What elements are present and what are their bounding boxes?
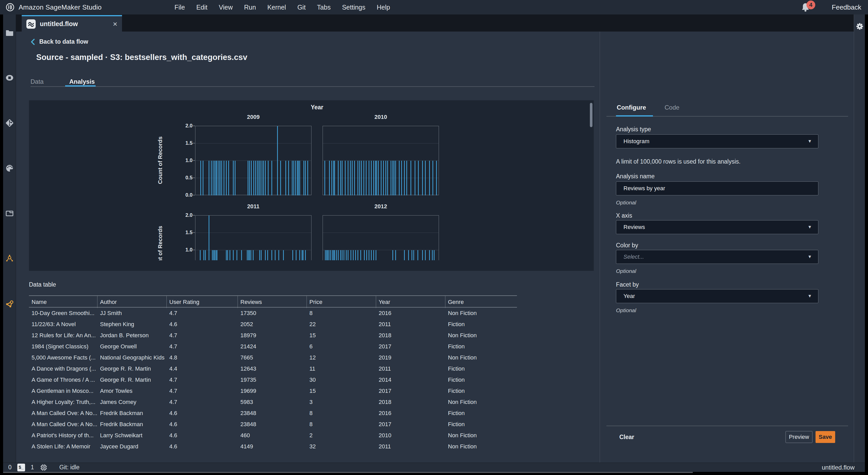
kernel-chip-icon[interactable] xyxy=(40,464,48,471)
experiments-icon[interactable] xyxy=(3,253,16,264)
table-row[interactable]: A Stolen Life: A MemoirJaycee Dugard4.64… xyxy=(29,441,517,451)
chart-scrollbar[interactable] xyxy=(590,103,592,127)
table-row[interactable]: 5,000 Awesome Facts (...National Geograp… xyxy=(29,352,517,363)
table-row[interactable]: 12 Rules for Life: An An...Jordan B. Pet… xyxy=(29,330,517,341)
histogram-bar xyxy=(432,250,433,260)
chart-canvas: Year20092.01.51.00.50.0Count of Records2… xyxy=(29,100,594,260)
terminal-icon[interactable]: $_ xyxy=(17,464,25,471)
data-flow-icon[interactable] xyxy=(3,298,16,310)
column-header-year[interactable]: Year xyxy=(376,296,445,308)
notifications-button[interactable]: 4 xyxy=(800,2,811,13)
menu-item-view[interactable]: View xyxy=(213,1,239,14)
table-cell: 19699 xyxy=(238,385,307,397)
data-table: NameAuthorUser RatingReviewsPriceYearGen… xyxy=(29,295,517,451)
histogram-bar xyxy=(358,250,358,260)
table-row[interactable]: 11/22/63: A NovelStephen King4.620522220… xyxy=(29,319,517,330)
save-button[interactable]: Save xyxy=(815,431,835,443)
preview-button[interactable]: Preview xyxy=(785,431,812,443)
histogram-bar xyxy=(342,161,342,195)
histogram-bar xyxy=(330,250,331,260)
table-row[interactable]: A Man Called Ove: A No...Fredrik Backman… xyxy=(29,408,517,419)
menu-item-kernel[interactable]: Kernel xyxy=(261,1,291,14)
histogram-bar xyxy=(277,126,278,195)
table-header-row: NameAuthorUser RatingReviewsPriceYearGen… xyxy=(29,295,517,308)
menu-item-tabs[interactable]: Tabs xyxy=(311,1,336,14)
gridline xyxy=(323,143,439,144)
tab-untitled-flow[interactable]: untitled.flow × xyxy=(22,15,122,32)
column-header-user-rating[interactable]: User Rating xyxy=(167,296,238,308)
menu-item-git[interactable]: Git xyxy=(291,1,311,14)
table-row[interactable]: A Higher Loyalty: Truth,...James Comey4.… xyxy=(29,397,517,408)
statusbar-filename: untitled.flow xyxy=(822,464,855,471)
color-by-label: Color by xyxy=(616,242,638,249)
commands-palette-icon[interactable] xyxy=(3,163,16,174)
y-tick-mark xyxy=(193,160,195,161)
histogram-bar xyxy=(233,161,234,195)
tab-code[interactable]: Code xyxy=(664,104,679,111)
tabs-divider xyxy=(31,86,594,87)
table-cell: 2011 xyxy=(376,363,445,374)
tab-close-icon[interactable]: × xyxy=(113,20,117,28)
clear-button[interactable]: Clear xyxy=(619,434,634,441)
histogram-bar xyxy=(214,250,215,260)
table-row[interactable]: A Man Called Ove: A No...Fredrik Backman… xyxy=(29,419,517,430)
menu-item-file[interactable]: File xyxy=(169,1,190,14)
histogram-bar xyxy=(333,161,334,195)
table-cell: 18979 xyxy=(238,330,307,341)
y-tick-label: 0.0 xyxy=(177,192,193,198)
table-cell: 23848 xyxy=(238,419,307,430)
feedback-link[interactable]: Feedback xyxy=(832,3,861,11)
x-axis-value: Reviews xyxy=(623,224,645,230)
menu-item-help[interactable]: Help xyxy=(371,1,396,14)
gridline xyxy=(195,143,311,144)
table-cell: 8 xyxy=(307,419,376,430)
table-cell: A Higher Loyalty: Truth,... xyxy=(29,397,97,408)
facet-by-select[interactable]: Year ▼ xyxy=(616,289,818,303)
file-browser-icon[interactable] xyxy=(3,27,16,38)
histogram-bar xyxy=(375,161,376,195)
column-header-name[interactable]: Name xyxy=(29,296,97,308)
column-header-price[interactable]: Price xyxy=(307,296,376,308)
table-row[interactable]: A Game of Thrones / A ...George R. R. Ma… xyxy=(29,374,517,385)
table-cell: Fiction xyxy=(445,385,517,397)
tab-configure[interactable]: Configure xyxy=(617,104,646,111)
menu-item-settings[interactable]: Settings xyxy=(336,1,371,14)
histogram-bar xyxy=(342,250,342,260)
histogram-bar xyxy=(352,161,352,195)
gear-icon[interactable] xyxy=(856,22,864,31)
analysis-name-value: Reviews by year xyxy=(623,185,665,192)
histogram-bar xyxy=(227,250,228,260)
column-header-reviews[interactable]: Reviews xyxy=(238,296,307,308)
column-header-author[interactable]: Author xyxy=(97,296,167,308)
histogram-bar xyxy=(298,161,299,195)
y-tick-mark xyxy=(193,143,195,144)
table-cell: Non Fiction xyxy=(445,430,517,441)
histogram-bar xyxy=(295,161,296,195)
analysis-type-select[interactable]: Histogram ▼ xyxy=(616,134,818,148)
menu-item-run[interactable]: Run xyxy=(238,1,261,14)
table-row[interactable]: 1984 (Signet Classics)George Orwell4.721… xyxy=(29,341,517,352)
histogram-bar xyxy=(369,161,369,195)
table-cell: JJ Smith xyxy=(97,308,167,319)
histogram-bar xyxy=(302,250,303,260)
table-row[interactable]: A Dance with Dragons (...George R. R. Ma… xyxy=(29,363,517,374)
table-cell: Larry Schweikart xyxy=(97,430,167,441)
analysis-name-input[interactable]: Reviews by year xyxy=(616,182,818,195)
git-icon[interactable] xyxy=(3,117,16,129)
histogram-bar xyxy=(326,250,327,260)
back-to-data-flow-link[interactable]: Back to data flow xyxy=(31,38,88,45)
color-by-select[interactable]: Select... ▼ xyxy=(616,250,818,264)
tab-data[interactable]: Data xyxy=(31,76,69,87)
histogram-bar xyxy=(410,161,411,195)
facet-label-2011: 2011 xyxy=(195,203,311,210)
table-row[interactable]: 10-Day Green Smoothi...JJ Smith4.7173508… xyxy=(29,308,517,319)
open-tabs-icon[interactable] xyxy=(3,208,16,219)
x-axis-select[interactable]: Reviews ▼ xyxy=(616,220,818,234)
histogram-bar xyxy=(376,161,377,195)
table-row[interactable]: A Patriot's History of th...Larry Schwei… xyxy=(29,430,517,441)
table-cell: Non Fiction xyxy=(445,330,517,341)
running-sessions-icon[interactable] xyxy=(3,72,16,84)
column-header-genre[interactable]: Genre xyxy=(445,296,517,308)
table-row[interactable]: A Gentleman in Mosco...Amor Towles4.7196… xyxy=(29,385,517,397)
menu-item-edit[interactable]: Edit xyxy=(190,1,213,14)
